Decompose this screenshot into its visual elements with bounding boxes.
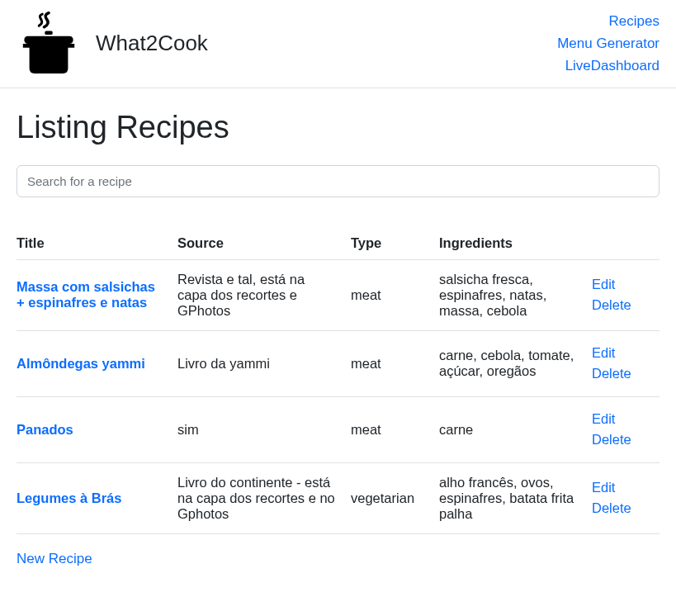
header: What2Cook Recipes Menu Generator LiveDas… (0, 0, 676, 88)
table-header-row: Title Source Type Ingredients (17, 227, 659, 260)
recipe-type: vegetarian (351, 462, 439, 533)
col-header-type: Type (351, 227, 439, 260)
table-row: Panados sim meat carne Edit Delete (17, 396, 659, 462)
table-row: Almôndegas yammi Livro da yammi meat car… (17, 330, 659, 396)
row-actions: Edit Delete (592, 396, 659, 462)
delete-link[interactable]: Delete (592, 498, 659, 519)
recipe-ingredients: carne (439, 396, 592, 462)
recipe-title-link[interactable]: Legumes à Brás (17, 490, 121, 505)
recipe-ingredients: carne, cebola, tomate, açúcar, oregãos (439, 330, 592, 396)
recipe-title-link[interactable]: Panados (17, 422, 73, 437)
col-header-title: Title (17, 227, 177, 260)
row-actions: Edit Delete (592, 259, 659, 330)
edit-link[interactable]: Edit (592, 477, 659, 499)
table-row: Legumes à Brás Livro do continente - est… (17, 462, 659, 533)
page-title: Listing Recipes (17, 110, 659, 145)
recipe-source: Livro do continente - está na capa dos r… (177, 462, 351, 533)
col-header-ingredients: Ingredients (439, 227, 592, 260)
nav-link-recipes[interactable]: Recipes (557, 10, 659, 32)
svg-rect-0 (45, 31, 52, 35)
edit-link[interactable]: Edit (592, 409, 659, 430)
row-actions: Edit Delete (592, 462, 659, 533)
col-header-actions (592, 227, 659, 260)
col-header-source: Source (177, 227, 351, 260)
table-row: Massa com salsichas + espinafres e natas… (17, 259, 659, 330)
brand: What2Cook (17, 12, 208, 76)
pot-icon (17, 12, 81, 76)
recipe-title-link[interactable]: Massa com salsichas + espinafres e natas (17, 279, 155, 310)
brand-title: What2Cook (96, 31, 208, 56)
row-actions: Edit Delete (592, 330, 659, 396)
edit-link[interactable]: Edit (592, 343, 659, 364)
delete-link[interactable]: Delete (592, 429, 659, 451)
recipe-type: meat (351, 330, 439, 396)
main: Listing Recipes Title Source Type Ingred… (0, 88, 676, 584)
recipe-source: Revista e tal, está na capa dos recortes… (177, 259, 351, 330)
recipe-title-link[interactable]: Almôndegas yammi (17, 356, 145, 371)
recipe-type: meat (351, 396, 439, 462)
nav-link-menu-generator[interactable]: Menu Generator (557, 32, 659, 54)
new-recipe-link[interactable]: New Recipe (17, 551, 92, 567)
nav: Recipes Menu Generator LiveDashboard (557, 10, 659, 78)
search-input[interactable] (17, 165, 659, 197)
recipe-ingredients: alho francês, ovos, espinafres, batata f… (439, 462, 592, 533)
recipe-source: sim (177, 396, 351, 462)
edit-link[interactable]: Edit (592, 274, 659, 296)
delete-link[interactable]: Delete (592, 295, 659, 316)
nav-link-live-dashboard[interactable]: LiveDashboard (557, 54, 659, 77)
recipe-source: Livro da yammi (177, 330, 351, 396)
recipe-type: meat (351, 259, 439, 330)
recipes-table: Title Source Type Ingredients Massa com … (17, 227, 659, 534)
delete-link[interactable]: Delete (592, 363, 659, 385)
recipe-ingredients: salsicha fresca, espinafres, natas, mass… (439, 259, 592, 330)
